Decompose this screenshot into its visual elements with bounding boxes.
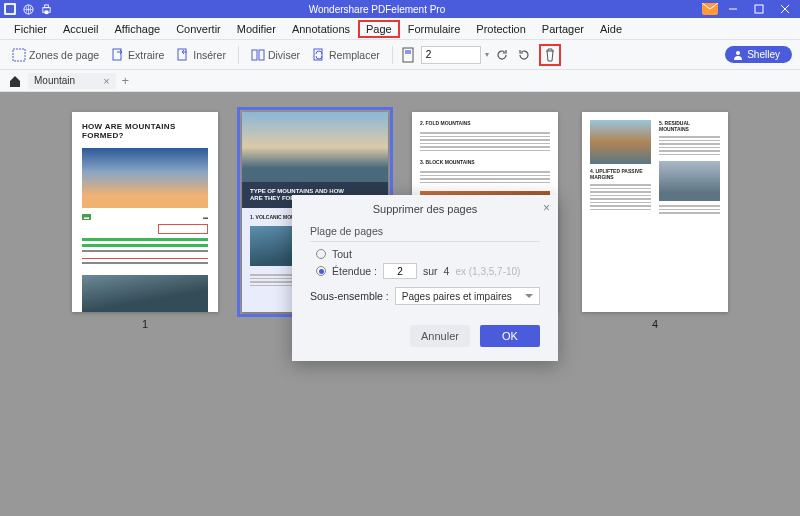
- user-label: Shelley: [747, 49, 780, 60]
- tool-label: Insérer: [193, 49, 226, 61]
- thumb-image: [659, 161, 720, 201]
- extract-icon: [111, 48, 125, 62]
- tool-page-zones[interactable]: Zones de page: [8, 46, 103, 64]
- toolbar-divider: [238, 46, 239, 64]
- window-maximize-button[interactable]: [748, 1, 770, 17]
- menu-view[interactable]: Affichage: [106, 20, 168, 38]
- svg-rect-7: [755, 5, 763, 13]
- window-minimize-button[interactable]: [722, 1, 744, 17]
- group-divider: [310, 241, 540, 242]
- titlebar-print-icon[interactable]: [40, 3, 52, 15]
- page-thumb-1[interactable]: HOW ARE MOUNTAINS FORMED? ▬▬: [72, 112, 218, 312]
- svg-rect-5: [44, 10, 48, 14]
- thumb-image: [82, 148, 208, 208]
- title-bar: Wondershare PDFelement Pro: [0, 0, 800, 18]
- menu-share[interactable]: Partager: [534, 20, 592, 38]
- rotate-ccw-button[interactable]: [493, 46, 511, 64]
- tool-label: Extraire: [128, 49, 164, 61]
- menu-convert[interactable]: Convertir: [168, 20, 229, 38]
- subset-value: Pages paires et impaires: [402, 291, 512, 302]
- thumb-image: [590, 120, 651, 164]
- tool-extract[interactable]: Extraire: [107, 46, 168, 64]
- tool-label: Diviser: [268, 49, 300, 61]
- rotate-cw-button[interactable]: [515, 46, 533, 64]
- tool-label: Zones de page: [29, 49, 99, 61]
- page-number-label: 1: [142, 318, 148, 330]
- radio-label: Étendue :: [332, 265, 377, 277]
- titlebar-right-icons: [702, 1, 796, 17]
- dialog-close-button[interactable]: ×: [543, 201, 550, 215]
- dialog-buttons: Annuler OK: [292, 317, 558, 361]
- menu-page[interactable]: Page: [358, 20, 400, 38]
- thumb-legend: ▬▬: [72, 212, 218, 222]
- app-logo-icon: [4, 3, 16, 15]
- replace-icon: [312, 48, 326, 62]
- home-icon[interactable]: [8, 74, 22, 88]
- menu-edit[interactable]: Modifier: [229, 20, 284, 38]
- menu-form[interactable]: Formulaire: [400, 20, 469, 38]
- svg-rect-1: [6, 5, 14, 13]
- menu-bar: Fichier Accueil Affichage Convertir Modi…: [0, 18, 800, 40]
- radio-all[interactable]: [316, 249, 326, 259]
- page-thumb-4[interactable]: 4. UPLIFTED PASSIVE MARGINS 5. RESIDUAL …: [582, 112, 728, 312]
- page-wrap-1: HOW ARE MOUNTAINS FORMED? ▬▬ 1: [72, 112, 218, 330]
- page-number-label: 4: [652, 318, 658, 330]
- tool-replace[interactable]: Remplacer: [308, 46, 384, 64]
- cancel-button[interactable]: Annuler: [410, 325, 470, 347]
- thumb-section-heading: 5. RESIDUAL MOUNTAINS: [659, 120, 720, 132]
- window-close-button[interactable]: [774, 1, 796, 17]
- delete-page-button[interactable]: [539, 44, 561, 66]
- chevron-down-icon[interactable]: ▾: [485, 50, 489, 59]
- svg-rect-14: [259, 50, 264, 60]
- radio-range[interactable]: [316, 266, 326, 276]
- thumb-image: [242, 112, 388, 182]
- page-toolbar: Zones de page Extraire Insérer Diviser R…: [0, 40, 800, 70]
- radio-row-range[interactable]: Étendue : sur 4 ex (1,3,5,7-10): [316, 263, 540, 279]
- page-number-input[interactable]: [421, 46, 481, 64]
- thumb-text: [659, 136, 720, 157]
- tool-split[interactable]: Diviser: [247, 46, 304, 64]
- range-hint: ex (1,3,5,7-10): [455, 266, 520, 277]
- range-from-input[interactable]: [383, 263, 417, 279]
- subset-row: Sous-ensemble : Pages paires et impaires: [310, 287, 540, 305]
- menu-protect[interactable]: Protection: [468, 20, 534, 38]
- page-thumbnail-icon[interactable]: [401, 47, 417, 63]
- radio-row-all[interactable]: Tout: [316, 248, 540, 260]
- svg-rect-11: [113, 49, 121, 60]
- thumb-text: [420, 132, 550, 153]
- user-account-button[interactable]: Shelley: [725, 46, 792, 63]
- thumb-text: [420, 171, 550, 185]
- svg-rect-13: [252, 50, 257, 60]
- document-tab-label: Mountain: [34, 75, 75, 86]
- menu-annotate[interactable]: Annotations: [284, 20, 358, 38]
- delete-pages-dialog: Supprimer des pages × Plage de pages Tou…: [292, 195, 558, 361]
- add-tab-button[interactable]: +: [122, 73, 130, 88]
- svg-rect-17: [405, 50, 411, 54]
- close-tab-icon[interactable]: ×: [103, 75, 109, 87]
- ok-button[interactable]: OK: [480, 325, 540, 347]
- menu-file[interactable]: Fichier: [6, 20, 55, 38]
- dialog-title: Supprimer des pages ×: [292, 195, 558, 221]
- page-wrap-4: 4. UPLIFTED PASSIVE MARGINS 5. RESIDUAL …: [582, 112, 728, 330]
- menu-help[interactable]: Aide: [592, 20, 630, 38]
- tool-label: Remplacer: [329, 49, 380, 61]
- thumb-title: HOW ARE MOUNTAINS FORMED?: [72, 112, 218, 144]
- subset-select[interactable]: Pages paires et impaires: [395, 287, 540, 305]
- svg-rect-4: [44, 4, 48, 7]
- svg-rect-12: [178, 49, 186, 60]
- titlebar-globe-icon[interactable]: [22, 3, 34, 15]
- range-total: 4: [444, 265, 450, 277]
- thumb-section-heading: 3. BLOCK MOUNTAINS: [420, 159, 550, 165]
- thumb-text: [72, 234, 218, 271]
- thumb-text: [590, 184, 651, 212]
- tool-insert[interactable]: Insérer: [172, 46, 230, 64]
- menu-home[interactable]: Accueil: [55, 20, 106, 38]
- page-zones-icon: [12, 48, 26, 62]
- page-number-control: ▾: [421, 46, 489, 64]
- svg-point-18: [736, 51, 740, 55]
- thumb-section-heading: 4. UPLIFTED PASSIVE MARGINS: [590, 168, 651, 180]
- mail-icon[interactable]: [702, 3, 718, 15]
- document-tab[interactable]: Mountain ×: [28, 73, 116, 89]
- range-of-label: sur: [423, 265, 438, 277]
- split-icon: [251, 48, 265, 62]
